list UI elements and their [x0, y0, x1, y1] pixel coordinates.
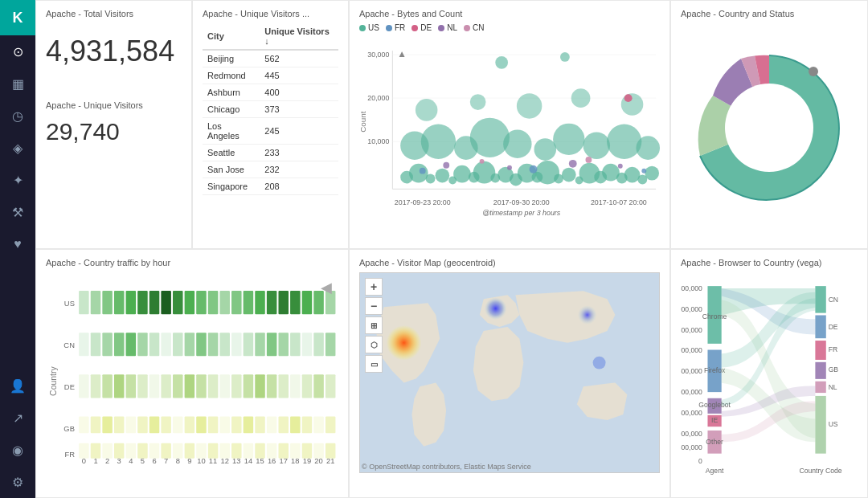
- svg-point-40: [583, 132, 610, 158]
- svg-point-37: [503, 130, 531, 158]
- map-credit: © OpenStreetMap contributors, Elastic Ma…: [362, 463, 531, 471]
- city-cell: Redmond: [203, 67, 260, 84]
- sidebar-icon-user[interactable]: 👤: [0, 369, 35, 402]
- panel-traffic-title: Apache - Country traffic by hour: [46, 258, 338, 267]
- panel-browser-country: Apache - Browser to Country (vega) 4,500…: [670, 249, 868, 498]
- svg-rect-129: [219, 374, 230, 398]
- svg-rect-241: [815, 396, 825, 454]
- svg-text:3,500,000: 3,500,000: [681, 326, 702, 334]
- sidebar-icon-chart[interactable]: ▦: [0, 67, 35, 100]
- heatmap-svg: US CN DE GB FR Country: [46, 272, 338, 465]
- sidebar-icon-eye[interactable]: ◉: [0, 434, 35, 466]
- map-square[interactable]: ▭: [365, 355, 383, 373]
- table-row: Chicago373: [203, 101, 338, 118]
- col-city[interactable]: City: [203, 23, 260, 50]
- main-content: Apache - Total Visitors 4,931,584 Apache…: [35, 0, 868, 498]
- svg-text:US: US: [64, 299, 75, 308]
- svg-rect-110: [255, 333, 265, 356]
- svg-rect-133: [267, 374, 277, 398]
- logo[interactable]: K: [0, 0, 35, 35]
- svg-rect-120: [114, 374, 125, 398]
- svg-rect-126: [185, 374, 195, 398]
- svg-rect-117: [79, 374, 89, 398]
- sidebar-icon-clock[interactable]: ◷: [0, 100, 35, 132]
- svg-point-11: [426, 174, 436, 184]
- svg-text:CN: CN: [829, 296, 838, 304]
- svg-text:IE: IE: [711, 416, 718, 424]
- svg-point-43: [416, 99, 438, 121]
- dashboard-grid: Apache - Total Visitors 4,931,584 Apache…: [35, 0, 868, 498]
- sidebar-icon-wrench[interactable]: ⚒: [0, 196, 35, 228]
- svg-point-57: [624, 94, 633, 102]
- svg-rect-141: [102, 416, 113, 433]
- sidebar-icon-gear[interactable]: ⚙: [0, 466, 35, 498]
- sidebar-icon-heart[interactable]: ♥: [0, 228, 35, 260]
- sidebar-icon-star[interactable]: ✦: [0, 164, 35, 196]
- sidebar-icon-export[interactable]: ↗: [0, 402, 35, 434]
- svg-text:2017-10-07 20:00: 2017-10-07 20:00: [591, 198, 647, 206]
- svg-rect-139: [79, 416, 89, 433]
- svg-rect-87: [244, 291, 254, 314]
- map-fit[interactable]: ⊞: [365, 316, 383, 334]
- svg-rect-97: [102, 333, 113, 356]
- svg-text:DE: DE: [64, 382, 75, 391]
- svg-rect-73: [79, 291, 89, 314]
- svg-rect-128: [208, 374, 219, 398]
- traffic-prev-nav[interactable]: ◀: [321, 279, 332, 296]
- traffic-chart-area: ◀ US CN DE GB FR Country: [46, 272, 338, 467]
- svg-point-48: [495, 56, 508, 69]
- svg-point-65: [725, 84, 813, 172]
- table-row: San Jose232: [203, 161, 338, 178]
- svg-rect-146: [161, 416, 171, 433]
- svg-rect-153: [244, 416, 254, 433]
- svg-rect-138: [326, 374, 336, 398]
- sidebar-icon-search[interactable]: ⊙: [0, 35, 35, 67]
- svg-rect-103: [173, 333, 183, 356]
- col-visitors[interactable]: Unique Visitors ↓: [260, 23, 338, 50]
- svg-rect-101: [149, 333, 160, 356]
- map-display: + − ⊞ ⬡ ▭: [359, 272, 660, 473]
- panel-visitor-map: Apache - Visitor Map (geocentroid) + − ⊞…: [349, 249, 670, 498]
- svg-point-44: [470, 94, 486, 110]
- visitors-cell: 445: [260, 67, 338, 84]
- svg-point-56: [641, 169, 646, 173]
- svg-text:2: 2: [105, 456, 109, 465]
- svg-rect-109: [244, 333, 254, 356]
- svg-rect-88: [255, 291, 265, 314]
- svg-point-58: [480, 159, 485, 164]
- svg-rect-74: [91, 291, 101, 314]
- sidebar-icon-shield[interactable]: ◈: [0, 132, 35, 164]
- panel-browser-title: Apache - Browser to Country (vega): [681, 258, 858, 267]
- svg-rect-95: [79, 333, 89, 356]
- svg-rect-121: [126, 374, 137, 398]
- panel-unique-table: Apache - Unique Visitors ... City Unique…: [192, 0, 349, 249]
- svg-text:5: 5: [141, 456, 145, 465]
- table-row: Beijing562: [203, 50, 338, 67]
- bytes-chart: 30,000 20,000 10,000 Count: [359, 35, 660, 224]
- svg-text:15: 15: [256, 456, 264, 465]
- world-map-svg: [360, 273, 659, 472]
- map-zoom-out[interactable]: −: [365, 297, 383, 315]
- svg-rect-91: [290, 291, 301, 314]
- map-zoom-in[interactable]: +: [365, 278, 383, 296]
- svg-rect-235: [815, 341, 825, 360]
- svg-rect-144: [137, 416, 148, 433]
- svg-text:FR: FR: [829, 345, 837, 353]
- bytes-chart-svg: 30,000 20,000 10,000 Count: [359, 35, 660, 224]
- svg-text:9: 9: [187, 456, 191, 465]
- table-row: Singapore208: [203, 178, 338, 195]
- svg-text:11: 11: [209, 456, 217, 465]
- legend-label: CN: [473, 23, 484, 32]
- map-polygon[interactable]: ⬡: [365, 336, 383, 353]
- svg-rect-131: [244, 374, 254, 398]
- panel-total-title: Apache - Total Visitors: [46, 9, 182, 18]
- svg-rect-125: [173, 374, 183, 398]
- svg-rect-114: [302, 333, 313, 356]
- svg-rect-134: [278, 374, 289, 398]
- svg-rect-147: [173, 416, 183, 433]
- legend-item: DE: [411, 23, 432, 32]
- svg-text:10: 10: [197, 456, 205, 465]
- svg-rect-143: [126, 416, 137, 433]
- sidebar: K ⊙ ▦ ◷ ◈ ✦ ⚒ ♥ 👤 ↗ ◉ ⚙: [0, 0, 35, 498]
- legend-label: US: [368, 23, 379, 32]
